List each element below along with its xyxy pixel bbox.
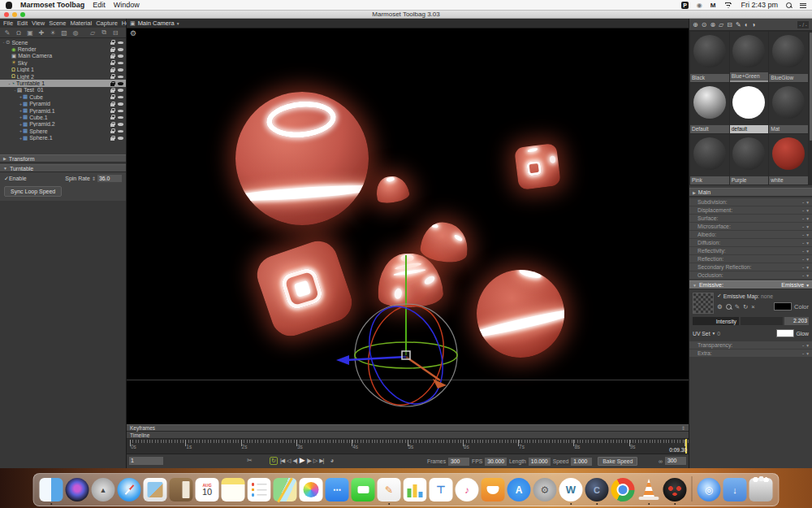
dock-facetime[interactable] [352, 478, 375, 501]
add-sky-icon[interactable]: ☀ [48, 29, 58, 37]
emissive-pyramid-small[interactable] [374, 174, 411, 205]
emissive-die-cube[interactable] [514, 143, 561, 190]
visibility-eye-icon[interactable] [118, 121, 123, 128]
scrollbar-thumb[interactable] [810, 33, 812, 141]
slot-secondary-reflection-[interactable]: Secondary Reflection:-▾ [689, 263, 812, 271]
slot-subdivision-[interactable]: Subdivision:-▾ [689, 198, 812, 206]
slot-caret-icon[interactable]: ▾ [806, 273, 809, 278]
paint-tool-icon[interactable]: ✎ [2, 29, 12, 37]
dock-appstore[interactable]: A [508, 478, 531, 501]
lock-icon[interactable] [110, 74, 114, 79]
add-material-icon[interactable]: ◍ [71, 29, 80, 37]
camera-caret-icon[interactable]: ▾ [177, 21, 179, 26]
m-status-icon[interactable]: M [710, 2, 716, 9]
link-icon[interactable]: ∞ [659, 458, 663, 464]
emissive-map-value[interactable]: none [761, 293, 773, 299]
scissors-icon[interactable]: ✂ [247, 457, 253, 464]
slot-albedo-[interactable]: Albedo:-▾ [689, 231, 812, 238]
visibility-eye-icon[interactable] [118, 87, 123, 93]
intensity-slider[interactable]: Intensity [693, 317, 739, 325]
delete-icon[interactable]: ⊟ [110, 29, 120, 37]
viewport-settings-gear-icon[interactable]: ⚙ [130, 29, 136, 37]
visibility-eye-icon[interactable] [118, 135, 123, 141]
slot-reflection-[interactable]: Reflection:-▾ [689, 255, 812, 263]
length-input[interactable]: 10.000 [529, 458, 551, 466]
transform-gizmo[interactable] [325, 205, 487, 424]
dock-numbers[interactable] [404, 478, 427, 501]
wifi-icon[interactable] [723, 2, 732, 8]
lock-icon[interactable] [110, 102, 114, 106]
skip-end-button[interactable]: ▶| [319, 456, 323, 465]
add-object-icon[interactable]: ▧ [59, 29, 69, 37]
menu-material[interactable]: Material [70, 20, 92, 27]
lock-icon[interactable] [110, 60, 114, 65]
dock-vlc[interactable] [637, 478, 661, 501]
scene-node-test-01[interactable]: -▤Test_01 [0, 87, 126, 93]
timeline-ruler[interactable]: 0:09.30 0s1s2s3s4s5s6s7s8s9s [127, 439, 689, 454]
emissive-map-checkbox[interactable]: ✓ [717, 293, 722, 299]
material-scrollbar[interactable] [809, 31, 812, 185]
dock-system-preferences[interactable]: ⚙ [533, 478, 557, 501]
dock-chrome[interactable] [611, 478, 635, 501]
material-blue-green[interactable]: Blue+Green [730, 32, 769, 82]
scene-node-pyramid-2[interactable]: +▦Pyramid.2 [0, 121, 126, 128]
spin-rate-input[interactable]: 36.0 [97, 175, 122, 182]
keyframes-bar[interactable]: Keyframes ⇕ [127, 424, 689, 432]
slot-extra-[interactable]: Extra:-▾ [689, 350, 812, 357]
scene-node-pyramid-1[interactable]: +▦Pyramid.1 [0, 107, 126, 114]
slot-microsurface-[interactable]: Microsurface:-▾ [689, 223, 812, 230]
dock-pages[interactable]: ✎ [378, 478, 401, 501]
window-titlebar[interactable]: Marmoset Toolbag 3.03 [0, 11, 812, 19]
siri-status-icon[interactable]: ◉ [697, 2, 702, 9]
enable-checkbox[interactable]: ✓Enable [4, 176, 27, 182]
slot-caret-icon[interactable]: ▾ [806, 200, 809, 205]
dock-preview[interactable] [144, 478, 167, 501]
menubar-clock[interactable]: Fri 2:43 pm [741, 1, 778, 9]
add-camera-icon[interactable]: ▣ [25, 29, 35, 37]
scene-node-light-1[interactable]: ΩLight 1 [0, 67, 126, 73]
dock-downloads[interactable]: ↓ [723, 478, 747, 501]
material-purple[interactable]: Purple [730, 134, 769, 185]
intensity-value[interactable]: 2.203 [784, 317, 809, 325]
main-section-header[interactable]: ▶ Main [689, 188, 812, 197]
speed-input[interactable]: 1.000 [571, 458, 592, 466]
menu-view[interactable]: View [32, 20, 45, 27]
edit-icon[interactable]: ✎ [735, 303, 740, 310]
delete-material-icon[interactable]: ⊗ [710, 21, 715, 28]
scene-node-sky[interactable]: ☀Sky [0, 59, 126, 66]
active-app-name[interactable]: Marmoset Toolbag [20, 1, 84, 9]
dock-wacom[interactable]: W [559, 478, 583, 501]
search-icon[interactable] [726, 304, 732, 310]
bake-frames-input[interactable]: 300 [665, 457, 686, 465]
scene-node-scene[interactable]: -⊙Scene [0, 39, 126, 46]
capture-button[interactable]: ◕ [330, 457, 334, 464]
bake-speed-button[interactable]: Bake Speed [598, 457, 637, 466]
slot-displacement-[interactable]: Displacement:-▾ [689, 206, 812, 214]
preview-sphere-icon[interactable]: ◐ [745, 21, 749, 28]
current-frame-input[interactable]: 1 [129, 457, 163, 465]
lock-icon[interactable] [110, 136, 114, 141]
lock-icon[interactable] [110, 47, 114, 52]
transform-panel-header[interactable]: ▶ Transform [0, 154, 126, 163]
scene-node-light-2[interactable]: ΩLight 2 [0, 73, 126, 80]
gear-icon[interactable]: ⚙ [717, 303, 723, 310]
spin-rate-stepper[interactable]: ⇕ [92, 176, 96, 181]
dock-maps[interactable] [274, 478, 297, 501]
dock-safari[interactable] [118, 478, 141, 501]
clear-icon[interactable]: × [751, 303, 754, 310]
emissive-striped-sphere[interactable] [477, 270, 564, 358]
spotlight-icon[interactable] [786, 2, 792, 8]
visibility-eye-icon[interactable] [118, 73, 123, 80]
slot-surface-[interactable]: Surface:-▾ [689, 215, 812, 222]
visibility-eye-icon[interactable] [118, 46, 123, 53]
emissive-mode-select[interactable]: Emissive ▾ [781, 282, 809, 288]
play-forward-button[interactable]: ▷ [313, 456, 317, 465]
collapse-keyframes-icon[interactable]: ⇕ [681, 425, 685, 431]
dock-web-browser[interactable]: ◎ [698, 478, 721, 501]
scene-node-sphere-1[interactable]: +▦Sphere.1 [0, 134, 126, 141]
visibility-eye-icon[interactable] [118, 59, 123, 66]
slot-diffusion-[interactable]: Diffusion:-▾ [689, 239, 812, 246]
material-default[interactable]: default [730, 83, 769, 133]
add-light-icon[interactable]: Ω [14, 29, 24, 37]
visibility-eye-icon[interactable] [118, 128, 123, 134]
